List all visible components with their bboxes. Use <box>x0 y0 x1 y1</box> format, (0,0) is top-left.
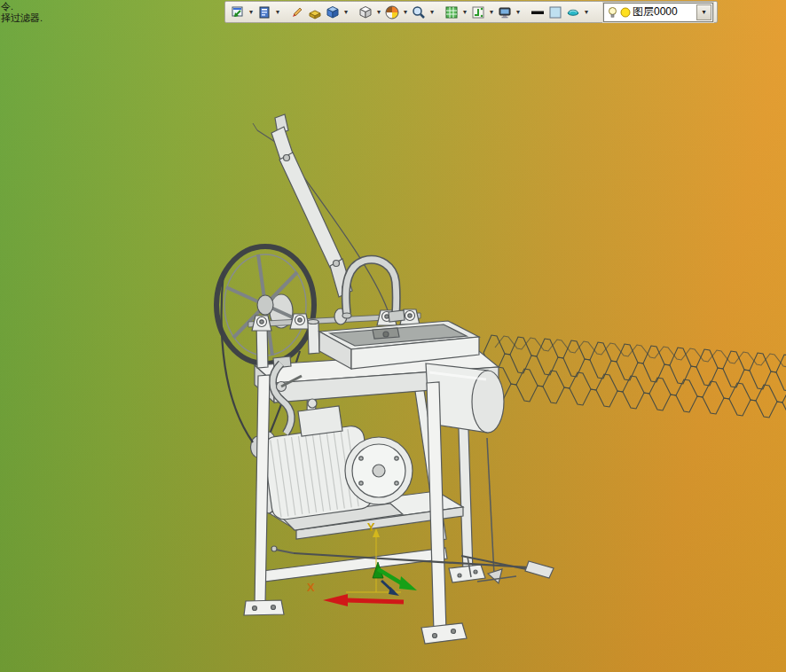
application-window: 令. 择过滤器. <box>0 0 786 672</box>
line-width-icon[interactable] <box>529 4 546 21</box>
pencil-icon[interactable] <box>288 4 306 21</box>
dropdown-chevron[interactable]: ▾ <box>582 4 591 21</box>
lever-linkage <box>253 114 388 310</box>
monitor-icon[interactable] <box>496 4 514 21</box>
axis-x-label: X <box>307 581 315 594</box>
white-cube-icon[interactable] <box>357 4 374 21</box>
teal-surface-icon[interactable] <box>564 4 582 21</box>
dropdown-chevron[interactable]: ▾ <box>374 4 383 21</box>
snap-grid-icon[interactable] <box>469 4 487 21</box>
layer-selector[interactable]: 图层0000 ▾ <box>603 3 713 22</box>
green-grid-icon[interactable] <box>443 4 460 21</box>
command-prompt-line1: 令. <box>1 1 43 12</box>
dropdown-chevron[interactable]: ▾ <box>342 4 350 21</box>
layer-color-icon[interactable] <box>620 7 631 18</box>
dropdown-chevron[interactable]: ▾ <box>428 4 436 21</box>
layer-visibility-bulb-icon[interactable] <box>607 6 618 19</box>
dropdown-chevron[interactable]: ▾ <box>401 4 410 21</box>
command-prompt: 令. 择过滤器. <box>1 1 43 24</box>
formed-wire <box>483 335 786 419</box>
display-toolbar: ▾ ▾ ▾ ▾ ▾ ▾ ▾ ▾ <box>224 1 718 23</box>
machine-model[interactable] <box>216 114 554 644</box>
color-swatch-icon[interactable] <box>546 4 564 21</box>
blue-cube-icon[interactable] <box>324 4 342 21</box>
magnifier-icon[interactable] <box>410 4 428 21</box>
3d-viewport[interactable]: Y X <box>0 0 786 672</box>
command-prompt-line2: 择过滤器. <box>1 12 43 24</box>
axis-y-label: Y <box>367 520 375 534</box>
dropdown-chevron[interactable]: ▾ <box>487 4 496 21</box>
dropdown-chevron[interactable]: ▾ <box>273 4 282 21</box>
color-wheel-icon[interactable] <box>383 4 401 21</box>
dropdown-chevron[interactable]: ▾ <box>514 4 523 21</box>
yellow-part-icon[interactable] <box>306 4 324 21</box>
dropdown-chevron[interactable]: ▾ <box>247 4 255 21</box>
blue-document-icon[interactable] <box>255 4 273 21</box>
motor <box>257 399 413 530</box>
dropdown-chevron[interactable]: ▾ <box>460 4 469 21</box>
layer-name: 图层0000 <box>633 4 696 20</box>
layer-dropdown-arrow[interactable]: ▾ <box>696 4 711 20</box>
window-arrow-icon[interactable] <box>229 4 247 21</box>
